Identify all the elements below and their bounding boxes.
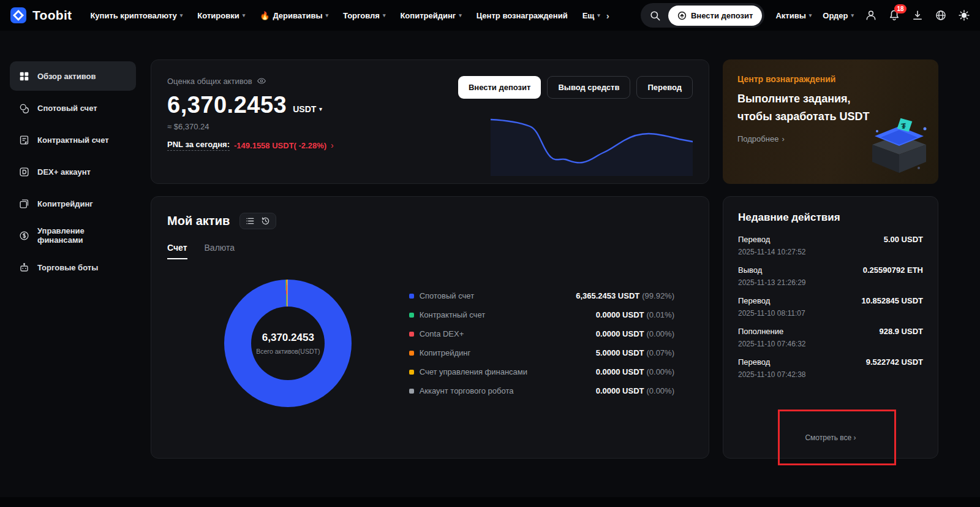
pnl-chevron-icon[interactable]: › <box>331 140 334 150</box>
main-content: Оценка общих активов 6,370.2453 USDT ▾ ≈… <box>151 59 709 459</box>
grid-icon <box>19 71 29 82</box>
nav-right: Внести депозит Активы▾ Ордер▾ 18 <box>641 3 970 28</box>
assets-menu[interactable]: Активы▾ <box>775 11 812 20</box>
currency-selector[interactable]: USDT ▾ <box>293 104 322 114</box>
my-asset-card: Мой актив Счет Валюта 6,370.2453 Всего а… <box>151 196 709 459</box>
chevron-right-icon: › <box>782 134 784 143</box>
nav-item-derivatives[interactable]: 🔥 Деривативы▾ <box>260 11 328 20</box>
caret-down-icon: ▾ <box>326 12 329 18</box>
right-column: Центр вознаграждений Выполните задания, … <box>723 59 938 459</box>
order-menu[interactable]: Ордер▾ <box>823 11 854 20</box>
recent-actions-list: Перевод 2025-11-14 10:27:52 5.00 USDT Вы… <box>738 235 923 379</box>
chevron-right-icon: › <box>854 433 856 442</box>
tab-currency[interactable]: Валюта <box>205 243 235 259</box>
legend-row-copytrading[interactable]: Копитрейдинг 5.0000 USDT (0.07%) <box>409 348 674 357</box>
sidebar-item-spot-account[interactable]: Спотовый счет <box>10 93 136 123</box>
nav-item-markets[interactable]: Котировки▾ <box>197 11 245 20</box>
nav-item-more[interactable]: Ещ▾ <box>582 11 600 20</box>
legend-dot <box>409 351 414 356</box>
overview-actions: Внести депозит Вывод средств Перевод <box>458 76 693 99</box>
toobit-logo[interactable]: Toobit <box>10 7 72 24</box>
recent-actions-card: Недавние действия Перевод 2025-11-14 10:… <box>723 196 938 459</box>
legend-row-finance[interactable]: Счет управления финансами 0.0000 USDT (0… <box>409 367 674 376</box>
recent-action-row[interactable]: Перевод 2025-11-10 07:42:38 9.522742 USD… <box>738 357 923 379</box>
legend-row-dex[interactable]: Conta DEX+ 0.0000 USDT (0.00%) <box>409 329 674 338</box>
caret-down-icon: ▾ <box>383 12 386 18</box>
sidebar-item-dex-account[interactable]: DEX+ аккаунт <box>10 157 136 186</box>
caret-down-icon: ▾ <box>851 12 854 18</box>
view-all-link[interactable]: Смотреть все › <box>723 433 938 442</box>
asset-legend: Спотовый счет 6,365.2453 USDT (99.92%) К… <box>409 291 674 395</box>
assets-valuation-label: Оценка общих активов <box>167 77 252 86</box>
caret-down-icon: ▾ <box>243 12 246 18</box>
nav-scroll-chevron-icon[interactable]: › <box>606 10 609 21</box>
sidebar-item-finance[interactable]: Управление финансами <box>10 221 136 250</box>
caret-down-icon: ▾ <box>459 12 462 18</box>
sidebar-item-futures-account[interactable]: Контрактный счет <box>10 125 136 154</box>
notifications-bell-icon[interactable]: 18 <box>888 9 900 21</box>
search-capsule: Внести депозит <box>641 3 764 28</box>
list-view-icon[interactable] <box>246 216 255 226</box>
sidebar-item-asset-overview[interactable]: Обзор активов <box>10 61 136 91</box>
dollar-circle-icon <box>19 231 29 241</box>
language-globe-icon[interactable] <box>935 9 947 21</box>
donut-ring: 6,370.2453 Всего активов(USDT) <box>224 280 352 407</box>
caret-down-icon: ▾ <box>319 106 322 112</box>
legend-dot <box>409 389 414 394</box>
recent-action-row[interactable]: Перевод 2025-11-10 08:11:07 10.852845 US… <box>738 296 923 318</box>
nav-links: Купить криптовалюту▾ Котировки▾ 🔥 Дерива… <box>90 10 609 21</box>
caret-down-icon: ▾ <box>809 12 812 18</box>
total-assets-value: 6,370.2453 <box>167 93 287 116</box>
tab-account[interactable]: Счет <box>167 243 187 259</box>
legend-row-spot[interactable]: Спотовый счет 6,365.2453 USDT (99.92%) <box>409 291 674 300</box>
theme-sun-icon[interactable] <box>958 9 970 21</box>
robot-icon <box>19 262 29 273</box>
my-asset-tabs: Счет Валюта <box>167 243 693 260</box>
download-app-icon[interactable] <box>911 9 924 21</box>
recent-action-row[interactable]: Пополнение 2025-11-10 07:46:32 928.9 USD… <box>738 327 923 348</box>
withdraw-button[interactable]: Вывод средств <box>547 76 630 99</box>
copy-icon <box>19 199 29 209</box>
legend-row-futures[interactable]: Контрактный счет 0.0000 USDT (0.01%) <box>409 310 674 319</box>
nav-item-buy-crypto[interactable]: Купить криптовалюту▾ <box>90 11 183 20</box>
sidebar: Обзор активов Спотовый счет Контрактный … <box>10 61 136 282</box>
recent-action-row[interactable]: Вывод 2025-11-13 21:26:29 0.25590792 ETH <box>738 265 923 287</box>
legend-dot <box>409 313 414 318</box>
eye-icon[interactable] <box>257 76 266 86</box>
legend-dot <box>409 332 414 337</box>
deposit-button[interactable]: Внести депозит <box>458 76 541 99</box>
pnl-value: -149.1558 USDT( -2.28%) <box>234 141 326 150</box>
contract-icon <box>19 135 29 145</box>
legend-dot <box>409 294 414 299</box>
brand-name: Toobit <box>32 8 72 23</box>
bottom-bar <box>0 497 980 507</box>
fire-icon: 🔥 <box>260 11 270 20</box>
rewards-title: Центр вознаграждений <box>737 74 924 84</box>
nav-deposit-button[interactable]: Внести депозит <box>668 6 762 26</box>
treasure-box-illustration: ₮ <box>865 114 933 178</box>
recent-action-row[interactable]: Перевод 2025-11-14 10:27:52 5.00 USDT <box>738 235 923 256</box>
caret-down-icon: ▾ <box>180 12 183 18</box>
nav-item-trade[interactable]: Торговля▾ <box>343 11 385 20</box>
nav-item-rewards-hub[interactable]: Центр вознаграждений <box>477 11 568 20</box>
asset-donut-chart: 6,370.2453 Всего активов(USDT) <box>167 280 409 407</box>
legend-dot <box>409 370 414 375</box>
toobit-logo-icon <box>10 7 27 24</box>
rewards-center-card[interactable]: Центр вознаграждений Выполните задания, … <box>723 59 938 184</box>
history-icon[interactable] <box>261 216 270 226</box>
profile-icon[interactable] <box>865 9 877 21</box>
my-asset-title: Мой актив <box>167 214 230 228</box>
donut-total-value: 6,370.2453 <box>262 332 314 344</box>
sidebar-item-trading-bots[interactable]: Торговые боты <box>10 253 136 282</box>
total-assets-card: Оценка общих активов 6,370.2453 USDT ▾ ≈… <box>151 59 709 184</box>
donut-center: 6,370.2453 Всего активов(USDT) <box>251 307 325 380</box>
sidebar-item-copytrading[interactable]: Копитрейдинг <box>10 189 136 218</box>
dex-icon <box>19 167 29 177</box>
legend-row-bot[interactable]: Аккаунт торгового робота 0.0000 USDT (0.… <box>409 386 674 395</box>
search-icon[interactable] <box>649 10 661 21</box>
nav-item-copytrading[interactable]: Копитрейдинг▾ <box>400 11 461 20</box>
transfer-button[interactable]: Перевод <box>636 76 693 99</box>
top-navbar: Toobit Купить криптовалюту▾ Котировки▾ 🔥… <box>0 0 980 31</box>
coins-icon <box>19 103 29 113</box>
notification-badge: 18 <box>894 4 907 13</box>
